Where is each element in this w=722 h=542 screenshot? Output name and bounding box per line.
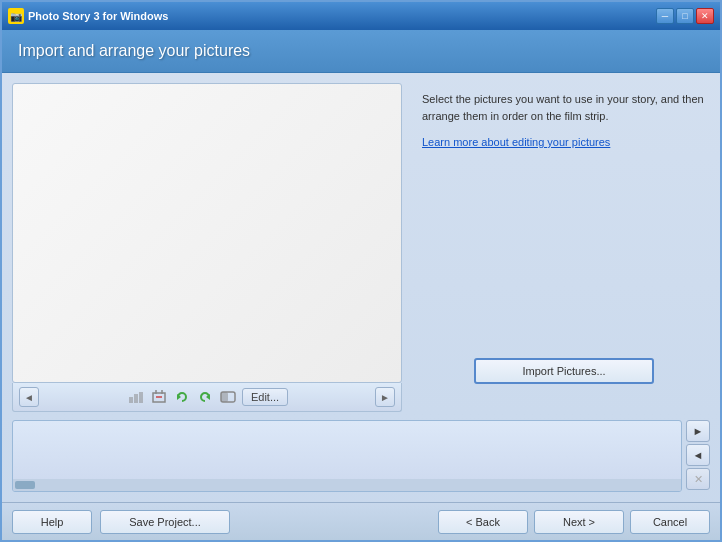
content-area: Import and arrange your pictures ◄: [2, 30, 720, 540]
side-nav-buttons: ► ◄ ✕: [686, 420, 710, 492]
edit-button[interactable]: Edit...: [242, 388, 288, 406]
help-button[interactable]: Help: [12, 510, 92, 534]
upper-row: ◄: [12, 83, 710, 412]
remove-icon[interactable]: [149, 387, 169, 407]
cancel-button[interactable]: Cancel: [630, 510, 710, 534]
close-small-icon: ✕: [694, 473, 703, 486]
scrollbar-thumb[interactable]: [15, 481, 35, 489]
brightness-icon[interactable]: [218, 387, 238, 407]
next-button[interactable]: Next >: [534, 510, 624, 534]
nav-right-button[interactable]: ►: [686, 420, 710, 442]
preview-box: [12, 83, 402, 383]
filmstrip-scrollbar[interactable]: [13, 479, 681, 491]
learn-more-link[interactable]: Learn more about editing your pictures: [422, 136, 706, 148]
restore-button[interactable]: □: [676, 8, 694, 24]
preview-panel: ◄: [12, 83, 402, 412]
title-bar: 📷 Photo Story 3 for Windows ─ □ ✕: [2, 2, 720, 30]
svg-rect-0: [129, 397, 133, 403]
save-project-button[interactable]: Save Project...: [100, 510, 230, 534]
nav-left-button[interactable]: ◄: [686, 444, 710, 466]
toolbar-icons: [126, 387, 238, 407]
svg-rect-2: [139, 392, 143, 403]
arrow-right-icon: ►: [693, 425, 704, 437]
page-header: Import and arrange your pictures: [2, 30, 720, 73]
scroll-right-button[interactable]: ►: [375, 387, 395, 407]
filmstrip-area: [12, 420, 682, 492]
chevron-right-icon: ►: [380, 392, 390, 403]
info-panel: Select the pictures you want to use in y…: [414, 83, 710, 412]
histogram-icon[interactable]: [126, 387, 146, 407]
svg-rect-1: [134, 394, 138, 403]
scroll-left-button[interactable]: ◄: [19, 387, 39, 407]
main-section: ◄: [2, 73, 720, 502]
window-title: Photo Story 3 for Windows: [28, 10, 656, 22]
svg-rect-10: [221, 392, 228, 402]
rotate-left-icon[interactable]: [172, 387, 192, 407]
close-button[interactable]: ✕: [696, 8, 714, 24]
bottom-bar: Help Save Project... < Back Next > Cance…: [2, 502, 720, 540]
nav-group: < Back Next > Cancel: [438, 510, 710, 534]
rotate-right-icon[interactable]: [195, 387, 215, 407]
app-window: 📷 Photo Story 3 for Windows ─ □ ✕ Import…: [0, 0, 722, 542]
import-pictures-button[interactable]: Import Pictures...: [474, 358, 654, 384]
app-icon: 📷: [8, 8, 24, 24]
minimize-button[interactable]: ─: [656, 8, 674, 24]
nav-close-button[interactable]: ✕: [686, 468, 710, 490]
page-title: Import and arrange your pictures: [18, 42, 704, 60]
back-button[interactable]: < Back: [438, 510, 528, 534]
description-text: Select the pictures you want to use in y…: [422, 91, 706, 124]
window-controls: ─ □ ✕: [656, 8, 714, 24]
chevron-left-icon: ◄: [24, 392, 34, 403]
filmstrip-section: ► ◄ ✕: [12, 420, 710, 492]
arrow-left-icon: ◄: [693, 449, 704, 461]
toolbar-strip: ◄: [12, 383, 402, 412]
